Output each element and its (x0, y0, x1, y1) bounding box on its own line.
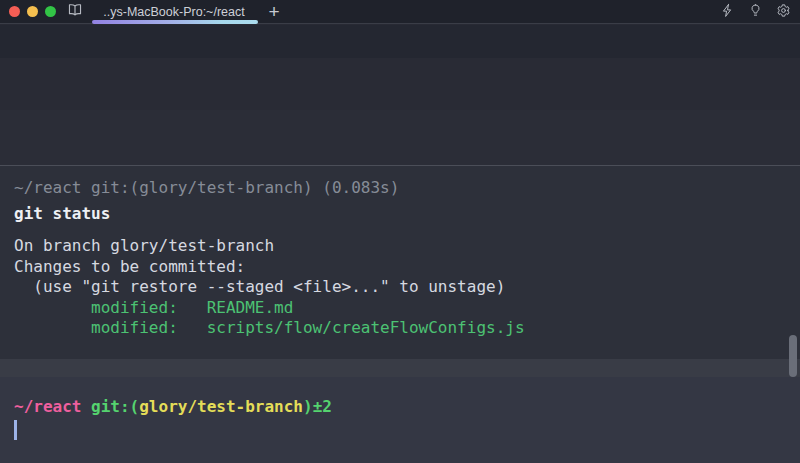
modified-file-line: modified: scripts/flow/createFlowConfigs… (14, 318, 800, 339)
gear-icon (776, 3, 791, 22)
tab-title: ..ys-MacBook-Pro:~/react (103, 5, 244, 19)
zoom-button[interactable] (45, 6, 56, 17)
output-line: On branch glory/test-branch (14, 236, 800, 257)
prompt-directory: ~/react (14, 397, 81, 416)
output-line: Changes to be committed: (14, 257, 800, 278)
shell-prompt: ~/react git:(glory/test-branch)±2 (14, 396, 800, 417)
text-cursor (14, 420, 17, 440)
open-book-icon (66, 2, 84, 23)
modified-file-line: modified: README.md (14, 298, 800, 319)
tab-bar: ..ys-MacBook-Pro:~/react + (0, 0, 800, 24)
active-tab-indicator (92, 20, 258, 24)
minimize-button[interactable] (27, 6, 38, 17)
output-line: (use "git restore --staged <file>..." to… (14, 277, 800, 298)
command-input-block[interactable]: ~/react git:(glory/test-branch)±2 (0, 377, 800, 463)
block-gap (0, 359, 800, 377)
scrollback-area (0, 25, 800, 58)
close-button[interactable] (9, 6, 20, 17)
traffic-lights (9, 6, 56, 17)
prompt-git-open: git:( (81, 397, 139, 416)
lightning-icon (720, 3, 735, 22)
quick-actions-button[interactable] (719, 4, 735, 20)
scrollbar-thumb[interactable] (789, 335, 797, 377)
prompt-git-status: )±2 (303, 397, 332, 416)
command-block: ~/react git:(glory/test-branch) (0.083s)… (0, 166, 800, 359)
bookmarks-button[interactable] (65, 3, 85, 22)
tips-button[interactable] (747, 4, 763, 20)
prompt-context-line: ~/react git:(glory/test-branch) (0.083s) (14, 178, 800, 199)
prompt-git-branch: glory/test-branch (139, 397, 303, 416)
scrollback-area (0, 58, 800, 110)
command-text: git status (14, 204, 800, 225)
new-tab-button[interactable]: + (263, 1, 285, 23)
lightbulb-icon (748, 3, 763, 22)
settings-button[interactable] (775, 4, 791, 20)
toolbar-right (719, 4, 791, 20)
scrollback-area (0, 110, 800, 165)
